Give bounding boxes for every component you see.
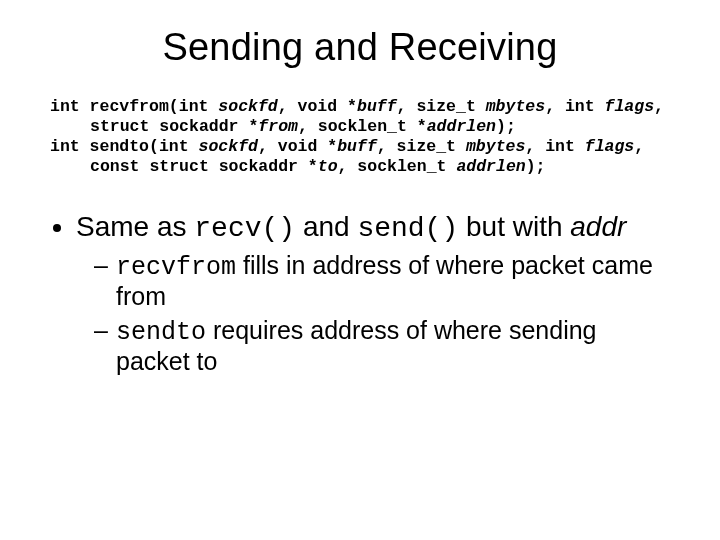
p: , int: [545, 97, 604, 116]
ret-type: int: [50, 97, 90, 116]
term-addr: addr: [570, 211, 626, 242]
param: mbytes: [486, 97, 545, 116]
text: but with: [458, 211, 570, 242]
sub-recvfrom: recvfrom fills in address of where packe…: [94, 251, 676, 312]
decl-recvfrom: int recvfrom(int sockfd, void *buff, siz…: [50, 97, 676, 137]
p: , socklen_t *: [298, 117, 427, 136]
function-prototypes: int recvfrom(int sockfd, void *buff, siz…: [50, 97, 676, 178]
text: and: [295, 211, 357, 242]
end: );: [496, 117, 516, 136]
param: addrlen: [427, 117, 496, 136]
fn-ref: sendto: [116, 318, 206, 347]
ret-type: int: [50, 137, 90, 156]
param: sockfd: [218, 97, 277, 116]
fn-ref: recvfrom: [116, 253, 236, 282]
param: buff: [337, 137, 377, 156]
param: buff: [357, 97, 397, 116]
fn-name: sendto: [90, 137, 149, 156]
p: , void *: [258, 137, 337, 156]
param: from: [258, 117, 298, 136]
param: sockfd: [199, 137, 258, 156]
param: to: [318, 157, 338, 176]
p: , void *: [278, 97, 357, 116]
slide-title: Sending and Receiving: [44, 26, 676, 69]
end: );: [526, 157, 546, 176]
fn-ref: send(): [357, 213, 458, 244]
fn-name: recvfrom: [90, 97, 169, 116]
p: , size_t: [397, 97, 486, 116]
sub-list: recvfrom fills in address of where packe…: [76, 251, 676, 377]
slide: Sending and Receiving int recvfrom(int s…: [0, 0, 720, 540]
p: , socklen_t: [338, 157, 457, 176]
sub-sendto: sendto requires address of where sending…: [94, 316, 676, 377]
bullet-list: Same as recv() and send() but with addr …: [50, 210, 676, 377]
bullet-sameas: Same as recv() and send() but with addr …: [76, 210, 676, 377]
fn-ref: recv(): [194, 213, 295, 244]
param: flags: [605, 97, 655, 116]
p: (int: [149, 137, 199, 156]
p: , size_t: [377, 137, 466, 156]
text: Same as: [76, 211, 194, 242]
param: addrlen: [456, 157, 525, 176]
p: (int: [169, 97, 219, 116]
p: , int: [525, 137, 584, 156]
decl-sendto: int sendto(int sockfd, void *buff, size_…: [50, 137, 676, 177]
param: mbytes: [466, 137, 525, 156]
param: flags: [585, 137, 635, 156]
